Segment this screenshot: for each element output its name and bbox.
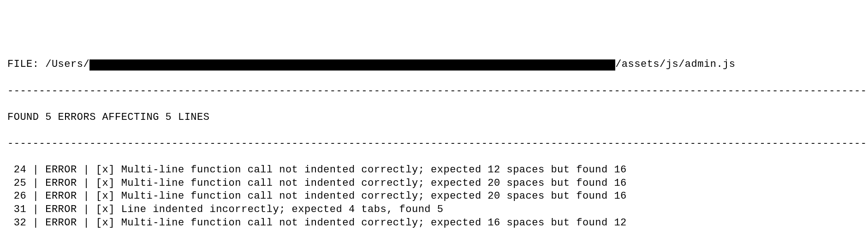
error-row: 32 | ERROR | [x] Multi-line function cal… bbox=[7, 217, 861, 230]
file-label: FILE: bbox=[7, 58, 45, 71]
error-row: 26 | ERROR | [x] Multi-line function cal… bbox=[7, 190, 861, 203]
redacted-path bbox=[89, 59, 615, 71]
errors-list: 24 | ERROR | [x] Multi-line function cal… bbox=[7, 164, 861, 230]
error-row: 31 | ERROR | [x] Line indented incorrect… bbox=[7, 203, 861, 217]
file-path-suffix: /assets/js/admin.js bbox=[615, 58, 735, 71]
file-line: FILE: /Users//assets/js/admin.js bbox=[7, 58, 861, 71]
error-row: 25 | ERROR | [x] Multi-line function cal… bbox=[7, 177, 861, 190]
error-row: 24 | ERROR | [x] Multi-line function cal… bbox=[7, 164, 861, 177]
file-path-prefix: /Users/ bbox=[45, 58, 89, 71]
divider: ----------------------------------------… bbox=[7, 85, 861, 98]
summary-line: FOUND 5 ERRORS AFFECTING 5 LINES bbox=[7, 111, 861, 124]
divider: ----------------------------------------… bbox=[7, 137, 861, 151]
